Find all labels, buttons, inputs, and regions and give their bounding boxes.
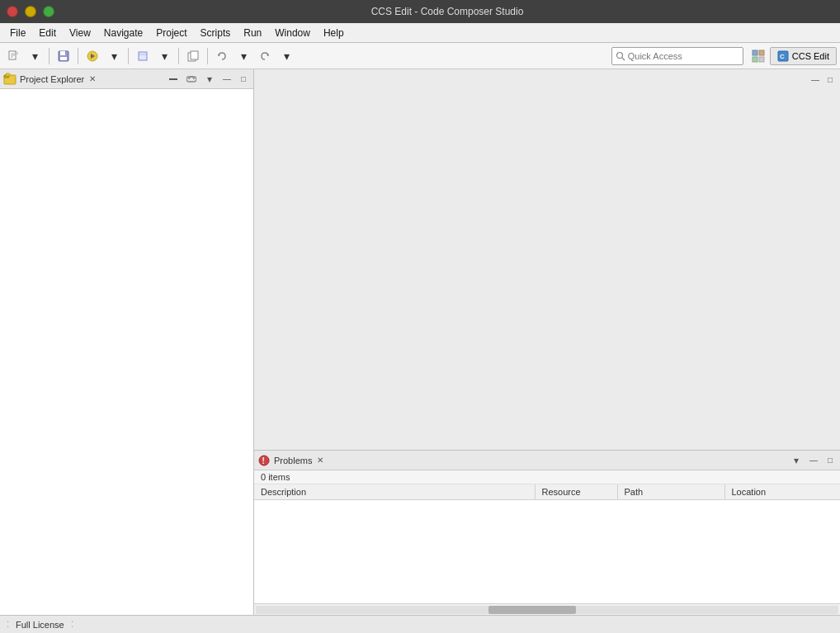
toolbar-sep-3 — [128, 48, 129, 64]
undo-button[interactable] — [212, 46, 232, 66]
svg-rect-20 — [753, 57, 757, 62]
problems-header: ! Problems ✕ ▾ — □ — [254, 451, 840, 470]
window-title: CCS Edit - Code Composer Studio — [61, 6, 833, 17]
toolbar-dropdown-4[interactable]: ▾ — [154, 46, 174, 66]
problems-view-menu[interactable]: ▾ — [789, 453, 804, 468]
svg-text:C: C — [780, 53, 785, 60]
menu-edit[interactable]: Edit — [32, 26, 63, 40]
perspective-button[interactable]: C CCS Edit — [770, 47, 837, 65]
quick-access-container — [611, 47, 743, 65]
svg-rect-6 — [60, 51, 65, 55]
maximize-problems-btn[interactable]: □ — [823, 454, 837, 467]
problems-icon: ! — [257, 454, 271, 467]
problems-label: Problems — [274, 456, 312, 465]
license-status: Full License — [16, 620, 64, 630]
menu-bar: File Edit View Navigate Project Scripts … — [0, 23, 840, 43]
save-button[interactable] — [54, 46, 73, 66]
status-bar: ⁚ Full License ⁚ — [0, 615, 840, 633]
main-area: Project Explorer ✕ ▾ — □ — [0, 69, 840, 615]
quick-access-input[interactable] — [628, 51, 739, 61]
scroll-track — [256, 606, 838, 614]
toolbar-sep-4 — [178, 48, 179, 64]
menu-file[interactable]: File — [3, 26, 32, 40]
toolbar-btn-4[interactable] — [133, 46, 153, 66]
problems-table: Description Resource Path Location — [254, 484, 840, 500]
toolbar-sep-1 — [49, 48, 50, 64]
maximize-left-panel-btn[interactable]: □ — [237, 73, 250, 86]
minimize-editor-btn[interactable]: — — [809, 73, 822, 86]
undo-icon — [216, 50, 228, 62]
horizontal-scrollbar[interactable] — [254, 603, 840, 615]
problems-title: ! Problems ✕ — [257, 454, 786, 467]
project-explorer-label: Project Explorer — [20, 74, 84, 84]
problems-content: 0 items Description Resource Path Locati… — [254, 470, 840, 603]
left-panel: Project Explorer ✕ ▾ — □ — [0, 69, 254, 615]
scroll-thumb[interactable] — [488, 606, 576, 614]
perspectives-icon — [752, 50, 765, 63]
project-explorer-header: Project Explorer ✕ ▾ — □ — [0, 69, 253, 89]
toolbar: ▾ ▾ ▾ ▾ — [0, 43, 840, 69]
minimize-problems-btn[interactable]: — — [807, 454, 820, 467]
save-icon — [58, 50, 69, 62]
col-location: Location — [724, 484, 840, 500]
collapse-all-btn[interactable] — [166, 72, 181, 87]
view-menu-btn[interactable]: ▾ — [202, 72, 217, 87]
svg-rect-7 — [60, 57, 67, 60]
menu-project[interactable]: Project — [149, 26, 193, 40]
close-button[interactable] — [7, 6, 18, 17]
svg-rect-21 — [759, 57, 764, 62]
right-panel: — □ ! Problems ✕ ▾ — □ 0 items — [254, 69, 840, 615]
link-icon — [186, 74, 196, 84]
redo-dropdown[interactable]: ▾ — [276, 46, 296, 66]
toolbar-sep-2 — [78, 48, 78, 64]
publish-icon — [86, 50, 99, 63]
project-explorer-icon — [3, 73, 17, 86]
svg-rect-13 — [191, 51, 198, 59]
bottom-panel: ! Problems ✕ ▾ — □ 0 items Description R… — [254, 450, 840, 615]
perspective-label: CCS Edit — [792, 51, 829, 61]
maximize-editor-btn[interactable]: □ — [823, 73, 837, 86]
maximize-button[interactable] — [43, 6, 54, 17]
redo-icon — [259, 50, 271, 62]
toolbar-btn-5[interactable] — [183, 46, 203, 66]
col-description: Description — [254, 484, 535, 500]
status-dot-left: ⁚ — [7, 620, 9, 629]
menu-view[interactable]: View — [63, 26, 97, 40]
problems-close[interactable]: ✕ — [317, 456, 323, 465]
project-explorer-title: Project Explorer ✕ — [3, 73, 163, 86]
link-editor-btn[interactable] — [184, 72, 199, 87]
svg-point-16 — [616, 52, 622, 58]
collapse-icon — [168, 74, 178, 84]
svg-rect-19 — [759, 50, 764, 55]
svg-rect-27 — [169, 78, 177, 80]
redo-button[interactable] — [255, 46, 275, 66]
menu-help[interactable]: Help — [317, 26, 351, 40]
project-explorer-content — [0, 89, 253, 615]
menu-window[interactable]: Window — [268, 26, 317, 40]
svg-rect-26 — [6, 73, 10, 76]
svg-line-17 — [622, 58, 625, 60]
new-button[interactable] — [3, 46, 23, 66]
toolbar-dropdown-3[interactable]: ▾ — [104, 46, 124, 66]
menu-run[interactable]: Run — [237, 26, 268, 40]
menu-scripts[interactable]: Scripts — [194, 26, 238, 40]
undo-dropdown[interactable]: ▾ — [234, 46, 253, 66]
svg-text:!: ! — [262, 456, 265, 465]
copy-icon — [187, 50, 199, 62]
perspectives-icon-btn[interactable] — [748, 46, 768, 66]
project-explorer-close[interactable]: ✕ — [89, 74, 96, 83]
col-resource: Resource — [535, 484, 617, 500]
items-count: 0 items — [254, 470, 840, 484]
editor-area: — □ — [254, 69, 840, 450]
svg-rect-10 — [139, 52, 147, 60]
toolbar-btn-3[interactable] — [83, 46, 102, 66]
search-icon — [616, 51, 625, 61]
new-dropdown[interactable]: ▾ — [25, 46, 45, 66]
menu-navigate[interactable]: Navigate — [97, 26, 149, 40]
svg-marker-4 — [16, 51, 18, 54]
col-path: Path — [617, 484, 724, 500]
minimize-button[interactable] — [25, 6, 36, 17]
pencil-icon — [137, 50, 149, 62]
new-icon — [7, 50, 19, 62]
minimize-left-panel-btn[interactable]: — — [220, 73, 234, 86]
